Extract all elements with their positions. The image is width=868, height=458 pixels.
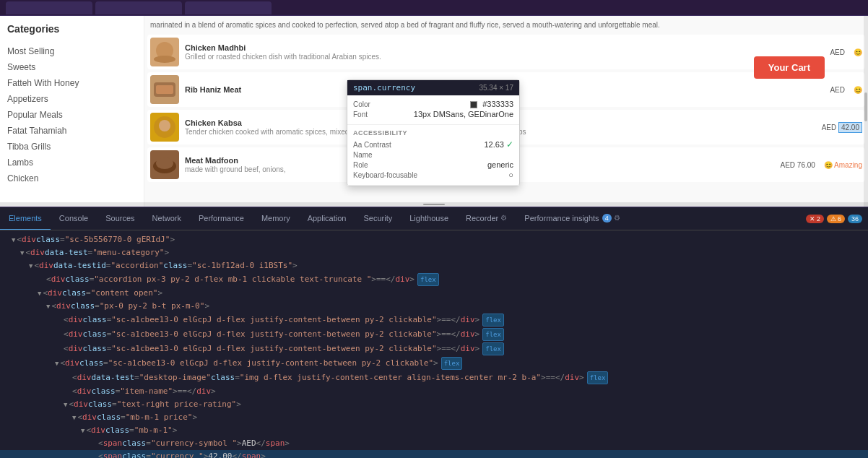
dom-line-7[interactable]: <div class="sc-a1cbee13-0 elGcpJ d-flex … <box>0 313 868 327</box>
tooltip-accessibility-title: ACCESSIBILITY <box>353 129 513 137</box>
error-count-badge[interactable]: ✕ 2 <box>806 215 824 223</box>
dom-line-12[interactable]: <div class="item-name" > == </div> <box>0 385 868 398</box>
sidebar-item-7[interactable]: Tibba Grills <box>7 139 136 155</box>
food-img-meat-madfoon <box>150 150 179 179</box>
dom-content[interactable]: <div class="sc-5b556770-0 gERIdJ" > <div… <box>0 230 868 458</box>
tab-security-label: Security <box>363 214 392 222</box>
flex-badge-10: flex <box>441 357 463 370</box>
tab-lighthouse[interactable]: Lighthouse <box>401 207 457 230</box>
tab-performance[interactable]: Performance <box>190 207 253 230</box>
warn-count-badge[interactable]: ⚠ 6 <box>827 215 845 223</box>
tooltip-keyboard-row: Keyboard-focusable ○ <box>353 170 513 179</box>
arrow-3[interactable] <box>29 260 32 272</box>
sidebar: Categories Most Selling Sweets Fatteh Wi… <box>0 16 144 207</box>
dom-line-15[interactable]: <div class="mb-m-1" > <box>0 424 868 437</box>
browser-tabs <box>6 1 272 14</box>
arrow-1[interactable] <box>12 234 15 246</box>
dom-line-11[interactable]: <div data-test="desktop-image" class="im… <box>0 371 868 385</box>
svg-rect-5 <box>156 85 173 94</box>
tab-network[interactable]: Network <box>144 207 190 230</box>
dom-line-17[interactable]: <span class="currency " >42.00</span> <box>0 450 868 458</box>
tooltip-keyboard-value: ○ <box>508 170 513 179</box>
tab-recorder[interactable]: Recorder ⚙ <box>457 207 516 230</box>
arrow-7 <box>55 314 62 326</box>
sidebar-item-2[interactable]: Sweets <box>7 59 136 75</box>
tab-memory[interactable]: Memory <box>253 207 299 230</box>
dom-line-14[interactable]: <div class="mb-m-1 price" > <box>0 411 868 424</box>
devtools-tabs-bar: Elements Console Sources Network Perform… <box>0 207 868 230</box>
contrast-pass-icon: ✓ <box>506 139 513 150</box>
arrow-6[interactable] <box>46 301 50 312</box>
tab-network-label: Network <box>152 214 181 222</box>
tab-security[interactable]: Security <box>355 207 401 230</box>
sidebar-item-3[interactable]: Fatteh With Honey <box>7 75 136 91</box>
tab-console-label: Console <box>59 214 88 222</box>
resize-grip <box>423 204 445 205</box>
tooltip-color-value: #333333 <box>470 100 513 108</box>
arrow-14[interactable] <box>72 412 76 423</box>
dom-line-3[interactable]: <div data-testid="accordion" class="sc-1… <box>0 259 868 272</box>
arrow-10[interactable] <box>55 358 58 369</box>
dom-line-10[interactable]: <div class="sc-a1cbee13-0 elGcpJ d-flex … <box>0 356 868 371</box>
arrow-13[interactable] <box>64 399 67 410</box>
sidebar-item-6[interactable]: Fatat Tahamiah <box>7 123 136 139</box>
tab-application[interactable]: Application <box>299 207 355 230</box>
performance-insights-icon: ⚙ <box>614 214 620 222</box>
warn-count: 6 <box>838 215 841 222</box>
tab-elements[interactable]: Elements <box>0 207 51 230</box>
dom-line-16[interactable]: <span class="currency-symbol " >AED</spa… <box>0 437 868 450</box>
tab-lighthouse-label: Lighthouse <box>409 214 448 222</box>
arrow-5[interactable] <box>38 288 41 299</box>
sidebar-item-9[interactable]: Chicken <box>7 170 136 186</box>
tab-application-label: Application <box>308 214 347 222</box>
tooltip-name-label: Name <box>353 151 373 159</box>
arrow-2[interactable] <box>20 247 24 259</box>
arrow-4 <box>38 274 45 285</box>
performance-insights-badge: 4 <box>602 214 612 222</box>
tooltip-dimensions: 35.34 × 17 <box>479 84 513 92</box>
tooltip-contrast-value: 12.63 ✓ <box>484 139 513 150</box>
browser-tab-3[interactable] <box>185 1 272 14</box>
sidebar-item-4[interactable]: Appetizers <box>7 91 136 107</box>
sidebar-title: Categories <box>7 23 136 35</box>
sidebar-item-8[interactable]: Lambs <box>7 155 136 170</box>
tooltip-font-row: Font 13px DMSans, GEDinarOne <box>353 110 513 118</box>
arrow-17 <box>90 451 97 458</box>
browser-tab-1[interactable] <box>6 1 92 14</box>
tooltip-role-value: generic <box>487 160 513 169</box>
info-count: 36 <box>851 215 859 222</box>
tab-performance-insights[interactable]: Performance insights 4 ⚙ <box>516 207 628 230</box>
tab-sources[interactable]: Sources <box>97 207 143 230</box>
flex-badge-4: flex <box>417 273 439 286</box>
dom-line-4[interactable]: <div class="accordion px-3 py-2 d-flex m… <box>0 272 868 287</box>
tooltip-color-row: Color #333333 <box>353 100 513 108</box>
food-desc-chicken-madhbi: Grilled or roasted chicken dish with tra… <box>185 52 824 61</box>
arrow-15[interactable] <box>81 425 84 436</box>
arrow-12 <box>64 386 71 397</box>
sidebar-item-5[interactable]: Popular Meals <box>7 107 136 123</box>
svg-point-11 <box>156 157 173 169</box>
food-info-chicken-madhbi: Chicken Madhbi Grilled or roasted chicke… <box>185 43 824 61</box>
preview-area: Categories Most Selling Sweets Fatteh Wi… <box>0 16 868 207</box>
tab-console[interactable]: Console <box>51 207 97 230</box>
tab-performance-label: Performance <box>199 214 244 222</box>
dom-line-9[interactable]: <div class="sc-a1cbee13-0 elGcpJ d-flex … <box>0 342 868 356</box>
dom-line-6[interactable]: <div class="px-0 py-2 b-t px-m-0" > <box>0 300 868 313</box>
food-img-chicken-kabsa <box>150 113 179 142</box>
dom-line-5[interactable]: <div class="content open" > <box>0 287 868 300</box>
sidebar-item-1[interactable]: Most Selling <box>7 43 136 59</box>
devtools-panel: Elements Console Sources Network Perform… <box>0 207 868 458</box>
info-count-badge[interactable]: 36 <box>848 215 862 223</box>
dom-line-1[interactable]: <div class="sc-5b556770-0 gERIdJ" > <box>0 233 868 246</box>
food-img-chicken-madhbi <box>150 38 179 66</box>
cart-button[interactable]: Your Cart <box>754 56 825 79</box>
flex-badge-9: flex <box>482 342 504 355</box>
svg-point-2 <box>154 56 175 63</box>
browser-chrome <box>0 0 868 16</box>
browser-tab-2[interactable] <box>95 1 182 14</box>
element-tooltip: span.currency 35.34 × 17 Color #333333 F… <box>347 79 520 186</box>
dom-line-8[interactable]: <div class="sc-a1cbee13-0 elGcpJ d-flex … <box>0 327 868 342</box>
dom-line-2[interactable]: <div data-test="menu-category" > <box>0 246 868 259</box>
dom-line-13[interactable]: <div class="text-right price-rating" > <box>0 398 868 411</box>
panel-resize-handle[interactable] <box>0 202 868 207</box>
